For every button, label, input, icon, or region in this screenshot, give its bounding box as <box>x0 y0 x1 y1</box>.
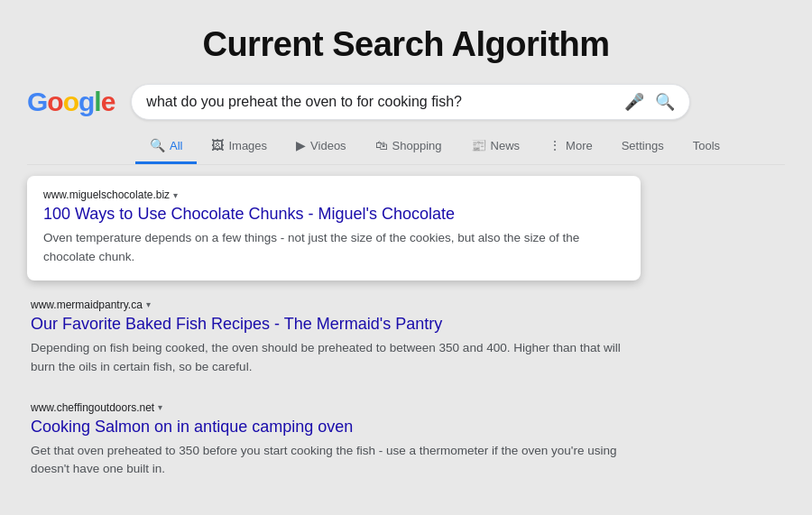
tab-news-label: News <box>491 139 521 152</box>
tab-news[interactable]: 📰 News <box>457 129 535 164</box>
tab-settings-label: Settings <box>622 139 664 152</box>
videos-icon: ▶ <box>296 138 306 152</box>
tab-all[interactable]: 🔍 All <box>135 129 197 164</box>
search-icons: 🎤 🔍 <box>624 92 675 112</box>
tab-videos[interactable]: ▶ Videos <box>281 129 361 164</box>
result-url-3: www.cheffingoutdoors.net ▾ <box>31 401 637 414</box>
more-icon: ⋮ <box>549 138 561 152</box>
result-card-2: www.mermaidpantry.ca ▾ Our Favorite Bake… <box>27 290 641 389</box>
result-card-3: www.cheffingoutdoors.net ▾ Cooking Salmo… <box>27 392 641 492</box>
tab-tools-label: Tools <box>693 139 720 152</box>
tab-more[interactable]: ⋮ More <box>534 129 607 164</box>
tab-shopping-label: Shopping <box>392 139 442 152</box>
results-area: www.miguelschocolate.biz ▾ 100 Ways to U… <box>0 165 812 492</box>
tab-settings[interactable]: Settings <box>607 130 678 164</box>
tab-more-label: More <box>566 139 593 152</box>
result-url-2: www.mermaidpantry.ca ▾ <box>31 299 637 311</box>
images-icon: 🖼 <box>211 138 224 152</box>
result-snippet-3: Get that oven preheated to 350 before yo… <box>31 442 637 479</box>
result-title-1[interactable]: 100 Ways to Use Chocolate Chunks - Migue… <box>43 204 624 225</box>
tab-videos-label: Videos <box>310 139 346 152</box>
result-url-text-1: www.miguelschocolate.biz <box>43 189 170 201</box>
search-input[interactable] <box>146 94 624 110</box>
microphone-icon[interactable]: 🎤 <box>624 92 644 112</box>
result-snippet-1: Oven temperature depends on a few things… <box>43 229 624 266</box>
search-icon[interactable]: 🔍 <box>655 92 675 112</box>
result-title-3[interactable]: Cooking Salmon on in antique camping ove… <box>31 417 637 437</box>
news-icon: 📰 <box>471 138 486 152</box>
result-dropdown-2[interactable]: ▾ <box>146 299 151 309</box>
result-snippet-2: Depending on fish being cooked, the oven… <box>31 339 637 376</box>
tab-tools[interactable]: Tools <box>678 130 734 164</box>
page-title: Current Search Algorithm <box>0 0 812 84</box>
google-header: Google 🎤 🔍 <box>27 84 785 120</box>
result-dropdown-3[interactable]: ▾ <box>158 402 162 412</box>
search-tabs: 🔍 All 🖼 Images ▶ Videos 🛍 Shopping 📰 New… <box>27 129 785 165</box>
tab-images[interactable]: 🖼 Images <box>197 129 281 164</box>
result-title-2[interactable]: Our Favorite Baked Fish Recipes - The Me… <box>31 314 637 335</box>
result-url-text-2: www.mermaidpantry.ca <box>31 299 143 311</box>
google-logo: Google <box>27 87 115 117</box>
result-dropdown-1[interactable]: ▾ <box>173 190 178 200</box>
tab-all-label: All <box>170 139 182 152</box>
result-url-1: www.miguelschocolate.biz ▾ <box>43 189 624 201</box>
shopping-icon: 🛍 <box>375 138 388 152</box>
google-bar: Google 🎤 🔍 🔍 All 🖼 Images ▶ Videos 🛍 Sho… <box>0 84 812 165</box>
tab-images-label: Images <box>228 139 267 152</box>
result-url-text-3: www.cheffingoutdoors.net <box>31 401 154 414</box>
all-icon: 🔍 <box>150 138 165 152</box>
search-box[interactable]: 🎤 🔍 <box>131 84 690 120</box>
result-card-1: www.miguelschocolate.biz ▾ 100 Ways to U… <box>27 176 641 280</box>
tab-shopping[interactable]: 🛍 Shopping <box>361 129 457 164</box>
